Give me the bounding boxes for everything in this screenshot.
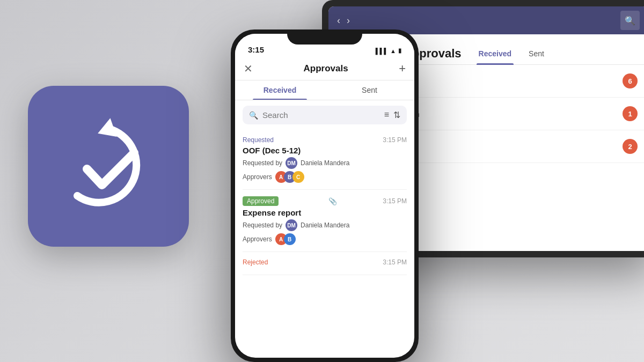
item-requested-by: Requested by DM Daniela Mandera (243, 157, 407, 169)
item-status-requested: Requested (243, 136, 274, 144)
phone-list: Requested 3:15 PM OOF (Dec 5-12) Request… (235, 130, 414, 358)
tablet-back-button[interactable]: ‹ (337, 15, 340, 26)
requested-by-label: Requested by (243, 159, 282, 167)
requester-name: Daniela Mandera (301, 159, 349, 167)
item-status-rejected: Rejected (243, 258, 268, 266)
signal-icon: ▌▌▌ (376, 48, 388, 54)
item-title: Expense report (243, 208, 407, 217)
wifi-icon: ▲ (390, 48, 396, 54)
requester-avatar: DM (286, 157, 297, 169)
search-input[interactable] (262, 110, 380, 120)
phone-tab-sent[interactable]: Sent (325, 80, 414, 100)
item-approvers: Approvers A B C (243, 171, 407, 183)
item-requested-by: Requested by DM Daniela Mandera (243, 219, 407, 231)
attachment-icon: 📎 (328, 197, 337, 205)
item-top: Requested 3:15 PM (243, 136, 407, 144)
list-item[interactable]: Approved 📎 3:15 PM Expense report Reques… (243, 190, 407, 252)
phone-tab-received[interactable]: Received (235, 80, 325, 100)
approver-avatar-2: B (284, 233, 296, 245)
item-time: 3:15 PM (383, 258, 407, 266)
search-icon: 🔍 (249, 111, 258, 120)
approver-avatar-3: C (292, 171, 304, 183)
phone-header: ✕ Approvals + (235, 57, 414, 80)
filter-icons: ≡ ⇅ (384, 110, 400, 120)
item-status-approved: Approved (243, 196, 279, 206)
battery-icon: ▮ (398, 47, 401, 54)
approver-avatars: A B C (275, 171, 304, 183)
list-item[interactable]: Requested 3:15 PM OOF (Dec 5-12) Request… (243, 130, 407, 190)
phone-title: Approvals (253, 63, 399, 74)
item-top: Approved 📎 3:15 PM (243, 196, 407, 206)
item-time: 3:15 PM (383, 197, 407, 205)
status-time: 3:15 (248, 45, 264, 54)
app-icon (28, 86, 189, 247)
search-icon: 🔍 (625, 16, 635, 26)
phone-search-bar[interactable]: 🔍 ≡ ⇅ (243, 106, 407, 124)
list-item[interactable]: Rejected 3:15 PM (243, 252, 407, 275)
badge-docusign: 2 (623, 139, 638, 154)
close-button[interactable]: ✕ (244, 62, 253, 75)
item-approvers: Approvers A B (243, 233, 407, 245)
item-time: 3:15 PM (383, 136, 407, 144)
badge-adobe-sign: 1 (623, 106, 638, 121)
phone-screen: 3:15 ▌▌▌ ▲ ▮ ✕ Approvals + Received Sent… (235, 34, 414, 358)
approver-avatars: A B (275, 233, 296, 245)
add-button[interactable]: + (399, 62, 406, 76)
phone: 3:15 ▌▌▌ ▲ ▮ ✕ Approvals + Received Sent… (231, 29, 419, 362)
approvers-label: Approvers (243, 173, 272, 181)
badge-approvals: 6 (623, 73, 638, 88)
item-title: OOF (Dec 5-12) (243, 146, 407, 155)
item-top: Rejected 3:15 PM (243, 258, 407, 266)
phone-notch (287, 29, 362, 45)
requester-avatar: DM (286, 219, 297, 231)
approvals-tabs: Received Sent (477, 43, 546, 64)
sort-icon[interactable]: ⇅ (393, 110, 400, 120)
tab-received[interactable]: Received (477, 43, 514, 64)
tab-sent[interactable]: Sent (526, 43, 546, 64)
approvers-label: Approvers (243, 235, 272, 243)
phone-tabs: Received Sent (235, 80, 414, 100)
tablet-forward-button[interactable]: › (347, 15, 350, 26)
filter-icon[interactable]: ≡ (384, 110, 389, 120)
tablet-search-button[interactable]: 🔍 (620, 11, 640, 30)
requester-name: Daniela Mandera (301, 221, 349, 229)
status-icons: ▌▌▌ ▲ ▮ (376, 47, 401, 54)
requested-by-label: Requested by (243, 221, 282, 229)
